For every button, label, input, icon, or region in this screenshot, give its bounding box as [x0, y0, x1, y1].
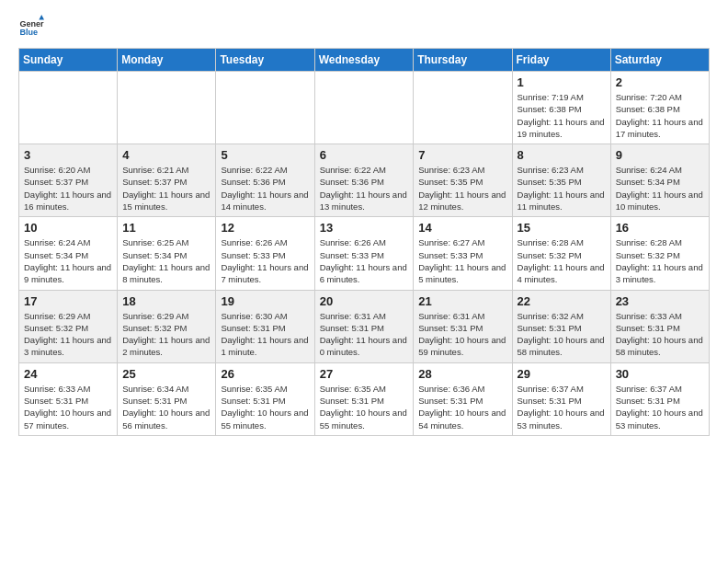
day-number: 19: [221, 294, 309, 308]
day-number: 1: [518, 75, 606, 89]
day-info: Sunrise: 7:19 AM Sunset: 6:38 PM Dayligh…: [518, 91, 606, 140]
day-number: 28: [418, 367, 506, 381]
day-number: 21: [418, 294, 506, 308]
day-info: Sunrise: 6:37 AM Sunset: 5:31 PM Dayligh…: [616, 383, 704, 431]
day-info: Sunrise: 6:33 AM Sunset: 5:31 PM Dayligh…: [24, 383, 112, 431]
day-info: Sunrise: 6:23 AM Sunset: 5:35 PM Dayligh…: [418, 164, 506, 213]
svg-marker-2: [39, 15, 44, 20]
day-info: Sunrise: 6:23 AM Sunset: 5:35 PM Dayligh…: [518, 164, 606, 213]
day-info: Sunrise: 6:22 AM Sunset: 5:36 PM Dayligh…: [320, 164, 409, 213]
calendar-week-row: 10Sunrise: 6:24 AM Sunset: 5:34 PM Dayli…: [19, 217, 710, 290]
calendar-cell: 20Sunrise: 6:31 AM Sunset: 5:31 PM Dayli…: [314, 290, 414, 362]
day-info: Sunrise: 6:35 AM Sunset: 5:31 PM Dayligh…: [221, 383, 309, 431]
day-number: 15: [518, 221, 606, 235]
day-number: 25: [122, 367, 210, 381]
day-info: Sunrise: 6:35 AM Sunset: 5:31 PM Dayligh…: [320, 383, 409, 431]
calendar-week-row: 1Sunrise: 7:19 AM Sunset: 6:38 PM Daylig…: [19, 72, 710, 144]
calendar-week-row: 24Sunrise: 6:33 AM Sunset: 5:31 PM Dayli…: [19, 362, 710, 435]
calendar-cell: 26Sunrise: 6:35 AM Sunset: 5:31 PM Dayli…: [216, 362, 314, 435]
day-info: Sunrise: 6:32 AM Sunset: 5:31 PM Dayligh…: [518, 310, 606, 359]
calendar-cell: [314, 72, 414, 144]
calendar-cell: [216, 72, 314, 144]
calendar-cell: 6Sunrise: 6:22 AM Sunset: 5:36 PM Daylig…: [314, 144, 414, 217]
calendar-cell: 22Sunrise: 6:32 AM Sunset: 5:31 PM Dayli…: [512, 290, 610, 362]
day-info: Sunrise: 6:21 AM Sunset: 5:37 PM Dayligh…: [122, 164, 210, 213]
calendar-cell: 12Sunrise: 6:26 AM Sunset: 5:33 PM Dayli…: [216, 217, 314, 290]
day-info: Sunrise: 6:36 AM Sunset: 5:31 PM Dayligh…: [418, 383, 506, 431]
calendar-cell: 25Sunrise: 6:34 AM Sunset: 5:31 PM Dayli…: [118, 362, 216, 435]
day-header-monday: Monday: [118, 49, 216, 72]
day-number: 7: [418, 148, 506, 162]
day-info: Sunrise: 6:22 AM Sunset: 5:36 PM Dayligh…: [221, 164, 309, 213]
calendar-cell: 21Sunrise: 6:31 AM Sunset: 5:31 PM Dayli…: [414, 290, 512, 362]
day-info: Sunrise: 6:27 AM Sunset: 5:33 PM Dayligh…: [418, 236, 506, 285]
day-number: 3: [24, 148, 112, 162]
day-number: 11: [122, 221, 210, 235]
calendar-cell: 4Sunrise: 6:21 AM Sunset: 5:37 PM Daylig…: [118, 144, 216, 217]
calendar-cell: 13Sunrise: 6:26 AM Sunset: 5:33 PM Dayli…: [314, 217, 414, 290]
day-number: 22: [518, 294, 606, 308]
day-info: Sunrise: 6:34 AM Sunset: 5:31 PM Dayligh…: [122, 383, 210, 431]
day-info: Sunrise: 6:31 AM Sunset: 5:31 PM Dayligh…: [320, 310, 409, 359]
svg-text:General: General: [19, 19, 44, 29]
calendar-cell: 15Sunrise: 6:28 AM Sunset: 5:32 PM Dayli…: [512, 217, 610, 290]
day-info: Sunrise: 6:29 AM Sunset: 5:32 PM Dayligh…: [122, 310, 210, 359]
day-number: 14: [418, 221, 506, 235]
calendar-week-row: 17Sunrise: 6:29 AM Sunset: 5:32 PM Dayli…: [19, 290, 710, 362]
day-number: 4: [122, 148, 210, 162]
day-number: 30: [616, 367, 704, 381]
day-number: 27: [320, 367, 409, 381]
calendar-cell: 14Sunrise: 6:27 AM Sunset: 5:33 PM Dayli…: [414, 217, 512, 290]
calendar-cell: 5Sunrise: 6:22 AM Sunset: 5:36 PM Daylig…: [216, 144, 314, 217]
day-number: 2: [616, 75, 704, 89]
day-header-thursday: Thursday: [414, 49, 512, 72]
calendar-week-row: 3Sunrise: 6:20 AM Sunset: 5:37 PM Daylig…: [19, 144, 710, 217]
day-info: Sunrise: 6:26 AM Sunset: 5:33 PM Dayligh…: [320, 236, 409, 285]
day-number: 5: [221, 148, 309, 162]
calendar-cell: 18Sunrise: 6:29 AM Sunset: 5:32 PM Dayli…: [118, 290, 216, 362]
day-number: 24: [24, 367, 112, 381]
day-header-friday: Friday: [512, 49, 610, 72]
calendar-cell: 30Sunrise: 6:37 AM Sunset: 5:31 PM Dayli…: [610, 362, 709, 435]
day-number: 9: [616, 148, 704, 162]
day-number: 26: [221, 367, 309, 381]
day-info: Sunrise: 6:24 AM Sunset: 5:34 PM Dayligh…: [616, 164, 704, 213]
day-number: 18: [122, 294, 210, 308]
day-number: 23: [616, 294, 704, 308]
day-header-tuesday: Tuesday: [216, 49, 314, 72]
day-number: 8: [518, 148, 606, 162]
calendar-cell: 24Sunrise: 6:33 AM Sunset: 5:31 PM Dayli…: [19, 362, 118, 435]
day-info: Sunrise: 6:25 AM Sunset: 5:34 PM Dayligh…: [122, 236, 210, 285]
calendar-table: SundayMondayTuesdayWednesdayThursdayFrid…: [18, 48, 710, 436]
calendar-cell: [19, 72, 118, 144]
calendar-cell: 16Sunrise: 6:28 AM Sunset: 5:32 PM Dayli…: [610, 217, 709, 290]
svg-text:Blue: Blue: [19, 28, 38, 37]
calendar-cell: 19Sunrise: 6:30 AM Sunset: 5:31 PM Dayli…: [216, 290, 314, 362]
calendar-cell: [118, 72, 216, 144]
day-number: 13: [320, 221, 409, 235]
day-header-saturday: Saturday: [610, 49, 709, 72]
logo-icon: General Blue: [18, 15, 44, 40]
calendar-cell: 23Sunrise: 6:33 AM Sunset: 5:31 PM Dayli…: [610, 290, 709, 362]
day-info: Sunrise: 6:30 AM Sunset: 5:31 PM Dayligh…: [221, 310, 309, 359]
day-info: Sunrise: 6:37 AM Sunset: 5:31 PM Dayligh…: [518, 383, 606, 431]
day-info: Sunrise: 6:33 AM Sunset: 5:31 PM Dayligh…: [616, 310, 704, 359]
calendar-cell: 3Sunrise: 6:20 AM Sunset: 5:37 PM Daylig…: [19, 144, 118, 217]
day-info: Sunrise: 6:31 AM Sunset: 5:31 PM Dayligh…: [418, 310, 506, 359]
day-number: 6: [320, 148, 409, 162]
day-number: 29: [518, 367, 606, 381]
day-header-sunday: Sunday: [19, 49, 118, 72]
day-number: 20: [320, 294, 409, 308]
day-info: Sunrise: 6:24 AM Sunset: 5:34 PM Dayligh…: [24, 236, 112, 285]
day-number: 10: [24, 221, 112, 235]
page-header: General Blue: [18, 15, 710, 40]
day-header-wednesday: Wednesday: [314, 49, 414, 72]
calendar-cell: 17Sunrise: 6:29 AM Sunset: 5:32 PM Dayli…: [19, 290, 118, 362]
day-info: Sunrise: 6:28 AM Sunset: 5:32 PM Dayligh…: [616, 236, 704, 285]
calendar-cell: 27Sunrise: 6:35 AM Sunset: 5:31 PM Dayli…: [314, 362, 414, 435]
day-number: 17: [24, 294, 112, 308]
calendar-header-row: SundayMondayTuesdayWednesdayThursdayFrid…: [19, 49, 710, 72]
calendar-cell: 29Sunrise: 6:37 AM Sunset: 5:31 PM Dayli…: [512, 362, 610, 435]
day-info: Sunrise: 6:20 AM Sunset: 5:37 PM Dayligh…: [24, 164, 112, 213]
calendar-cell: [414, 72, 512, 144]
